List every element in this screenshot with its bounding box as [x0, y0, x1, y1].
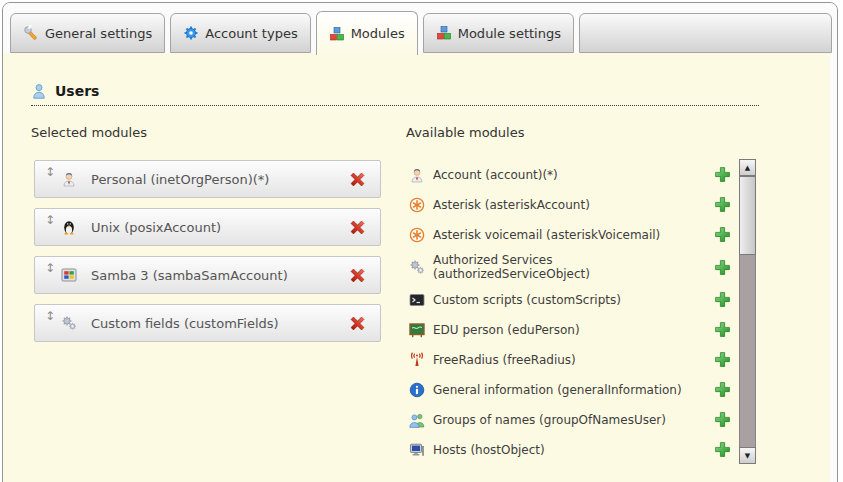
available-module-row: Authorized Services (authorizedServiceOb…	[406, 253, 731, 281]
selected-module-row[interactable]: ↕ Personal (inetOrgPerson)(*)	[34, 160, 381, 198]
section-header-users: Users	[31, 83, 759, 106]
available-modules-label: Available modules	[406, 125, 524, 140]
add-icon[interactable]	[714, 226, 731, 243]
scrollbar[interactable]: ▲ ▼	[739, 159, 756, 464]
module-label: Unix (posixAccount)	[91, 220, 221, 235]
config-window: General settings Account types Modules	[2, 2, 838, 482]
move-icon[interactable]: ↕	[45, 262, 55, 274]
scrollbar-up-button[interactable]: ▲	[739, 159, 756, 176]
gear-icon	[183, 25, 199, 41]
available-module-row: General information (generalInformation)	[406, 378, 731, 401]
module-label: Custom fields (customFields)	[91, 316, 279, 331]
windows-icon	[61, 267, 77, 283]
module-label: Groups of names (groupOfNamesUser)	[433, 413, 706, 427]
person-icon	[61, 171, 77, 187]
available-module-row: Asterisk (asteriskAccount)	[406, 193, 731, 216]
tab-general-settings[interactable]: General settings	[10, 13, 165, 53]
tab-label: Account types	[205, 26, 297, 41]
tab-module-settings[interactable]: Module settings	[423, 13, 574, 53]
add-icon[interactable]	[714, 321, 731, 338]
scrollbar-thumb[interactable]	[739, 176, 756, 255]
delete-icon[interactable]	[349, 219, 366, 236]
tab-bar: General settings Account types Modules	[3, 3, 837, 53]
available-module-row: Asterisk voicemail (asteriskVoicemail)	[406, 223, 731, 246]
user-icon	[31, 83, 47, 99]
module-label: Samba 3 (sambaSamAccount)	[91, 268, 288, 283]
selected-module-row[interactable]: ↕ Unix (posixAccount)	[34, 208, 381, 246]
module-label: Hosts (hostObject)	[433, 443, 706, 457]
asterisk-icon	[409, 227, 425, 243]
blocks-icon	[436, 25, 452, 41]
tux-icon	[61, 219, 77, 235]
tab-label: General settings	[45, 26, 152, 41]
add-icon[interactable]	[714, 411, 731, 428]
add-icon[interactable]	[714, 441, 731, 458]
move-icon[interactable]: ↕	[45, 166, 55, 178]
delete-icon[interactable]	[349, 267, 366, 284]
tab-account-types[interactable]: Account types	[170, 13, 310, 53]
add-icon[interactable]	[714, 166, 731, 183]
add-icon[interactable]	[714, 351, 731, 368]
module-label: Custom scripts (customScripts)	[433, 293, 706, 307]
tab-label: Module settings	[458, 26, 561, 41]
add-icon[interactable]	[714, 259, 731, 276]
module-label: General information (generalInformation)	[433, 383, 706, 397]
available-module-row: Custom scripts (customScripts)	[406, 288, 731, 311]
section-title: Users	[55, 83, 99, 99]
person-icon	[409, 167, 425, 183]
module-label: Asterisk (asteriskAccount)	[433, 198, 706, 212]
delete-icon[interactable]	[349, 315, 366, 332]
available-module-row: EDU person (eduPerson)	[406, 318, 731, 341]
module-label: FreeRadius (freeRadius)	[433, 353, 706, 367]
group-icon	[409, 412, 425, 428]
asterisk-icon	[409, 197, 425, 213]
add-icon[interactable]	[714, 381, 731, 398]
available-module-row: Account (account)(*)	[406, 163, 731, 186]
module-label: Authorized Services (authorizedServiceOb…	[433, 253, 706, 281]
tab-modules[interactable]: Modules	[316, 11, 418, 55]
gears-icon	[61, 315, 77, 331]
add-icon[interactable]	[714, 291, 731, 308]
computer-icon	[409, 442, 425, 458]
blocks-icon	[329, 26, 345, 42]
available-modules-list: Account (account)(*) Asterisk (asteriskA…	[406, 163, 731, 468]
terminal-icon	[409, 292, 425, 308]
info-icon	[409, 382, 425, 398]
scrollbar-track[interactable]	[739, 176, 756, 447]
selected-module-row[interactable]: ↕ Custom fields (customFields)	[34, 304, 381, 342]
module-label: Account (account)(*)	[433, 168, 706, 182]
move-icon[interactable]: ↕	[45, 214, 55, 226]
scrollbar-down-button[interactable]: ▼	[739, 447, 756, 464]
selected-modules-label: Selected modules	[31, 125, 147, 140]
chalkboard-icon	[409, 322, 425, 338]
module-label: Personal (inetOrgPerson)(*)	[91, 172, 269, 187]
selected-module-row[interactable]: ↕ Samba 3 (sambaSamAccount)	[34, 256, 381, 294]
modules-panel: Users Selected modules Available modules…	[3, 53, 830, 482]
tab-bar-filler	[579, 13, 832, 53]
scroll-up-icon: ▲	[745, 164, 750, 172]
gears-icon	[409, 259, 425, 275]
add-icon[interactable]	[714, 196, 731, 213]
tab-label: Modules	[351, 26, 405, 41]
scroll-down-icon: ▼	[745, 452, 750, 460]
module-label: Asterisk voicemail (asteriskVoicemail)	[433, 228, 706, 242]
selected-modules-list: ↕ Personal (inetOrgPerson)(*)	[34, 160, 381, 352]
antenna-icon	[409, 352, 425, 368]
module-label: EDU person (eduPerson)	[433, 323, 706, 337]
available-module-row: FreeRadius (freeRadius)	[406, 348, 731, 371]
available-module-row: Hosts (hostObject)	[406, 438, 731, 461]
delete-icon[interactable]	[349, 171, 366, 188]
move-icon[interactable]: ↕	[45, 310, 55, 322]
available-module-row: Groups of names (groupOfNamesUser)	[406, 408, 731, 431]
wrench-icon	[23, 25, 39, 41]
